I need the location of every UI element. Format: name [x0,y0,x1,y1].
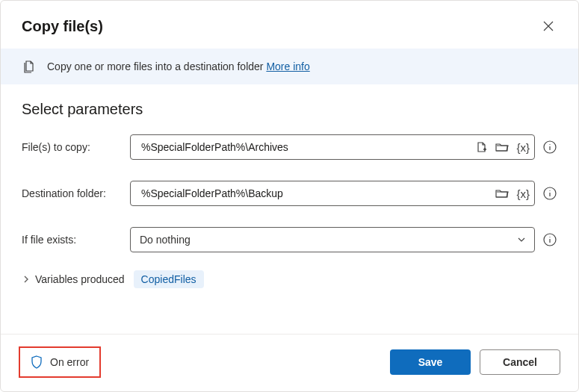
if-exists-label: If file exists: [22,234,123,246]
variable-pill[interactable]: CopiedFiles [134,270,204,288]
shield-icon [31,355,43,369]
variables-row: Variables produced CopiedFiles [22,270,557,288]
files-input-icons: {x} [471,141,530,154]
footer-actions: Save Cancel [390,349,560,375]
chevron-right-icon [22,275,31,284]
dialog-body: Select parameters File(s) to copy: {x} [1,84,578,334]
info-description: Copy one or more files into a destinatio… [47,60,264,72]
files-to-copy-input[interactable] [140,140,471,154]
close-button[interactable] [536,14,560,38]
on-error-button[interactable]: On error [22,349,98,375]
destination-input[interactable] [140,187,491,200]
field-if-exists: If file exists: Do nothing [22,227,557,252]
field-destination: Destination folder: {x} [22,181,557,206]
dialog-footer: On error Save Cancel [1,334,578,391]
destination-label: Destination folder: [22,187,123,199]
variable-icon[interactable]: {x} [516,141,530,154]
copy-files-dialog: Copy file(s) Copy one or more files into… [0,0,579,392]
svg-point-5 [549,237,550,237]
on-error-label: On error [50,356,89,368]
more-info-link[interactable]: More info [266,60,309,72]
folder-icon[interactable] [495,187,509,199]
variables-toggle[interactable]: Variables produced [22,273,125,285]
files-to-copy-label: File(s) to copy: [22,141,123,153]
dialog-title: Copy file(s) [22,18,103,35]
svg-point-1 [549,144,550,145]
info-bar: Copy one or more files into a destinatio… [1,49,578,84]
section-title: Select parameters [22,101,557,118]
if-exists-help-icon[interactable] [542,232,557,247]
variables-label: Variables produced [35,273,125,285]
variable-icon[interactable]: {x} [516,187,530,200]
field-files-to-copy: File(s) to copy: {x} [22,134,557,160]
folder-icon[interactable] [495,141,509,153]
copy-icon [22,59,37,74]
dest-input-icons: {x} [491,187,530,200]
dialog-header: Copy file(s) [1,1,578,49]
close-icon [543,21,554,31]
files-help-icon[interactable] [542,140,557,155]
svg-point-3 [549,190,550,191]
file-select-icon[interactable] [476,141,488,153]
destination-help-icon[interactable] [542,186,557,201]
destination-input-wrap[interactable]: {x} [130,181,535,206]
if-exists-select[interactable]: Do nothing [130,227,535,252]
save-button[interactable]: Save [390,349,471,375]
chevron-down-icon [516,234,527,245]
if-exists-value: Do nothing [140,234,191,246]
info-text: Copy one or more files into a destinatio… [47,60,310,72]
files-to-copy-input-wrap[interactable]: {x} [130,134,535,160]
cancel-button[interactable]: Cancel [480,349,560,375]
highlight-annotation: On error [19,346,101,378]
